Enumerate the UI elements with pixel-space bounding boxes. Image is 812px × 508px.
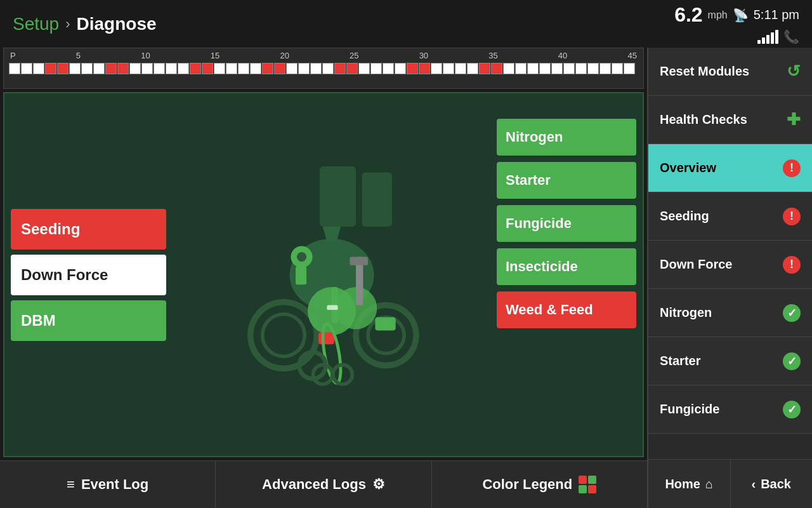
seed-cell [431, 63, 442, 74]
seed-cell [599, 63, 611, 74]
seed-cell [262, 63, 273, 74]
seed-cell [69, 63, 81, 74]
event-log-button[interactable]: ≡ Event Log [0, 461, 216, 508]
seed-cell [298, 63, 310, 74]
seed-cell [383, 63, 394, 74]
reset-icon: ↺ [787, 62, 801, 81]
gps-icon: 📡 [733, 8, 749, 23]
signal-row: 📞 [757, 29, 799, 44]
insecticide-label[interactable]: Insecticide [497, 248, 636, 285]
svg-rect-14 [375, 317, 395, 330]
sidebar-bottom: Home ⌂ ‹ Back [648, 459, 812, 508]
signal-bars [757, 30, 778, 44]
seed-cell [238, 63, 249, 74]
nitrogen-check-icon: ✓ [783, 304, 801, 322]
seed-cell [539, 63, 551, 74]
seed-cell [443, 63, 454, 74]
time-display: 5:11 pm [754, 8, 799, 22]
seed-cell [45, 63, 56, 74]
back-button[interactable]: ‹ Back [731, 460, 813, 508]
seed-cell [503, 63, 514, 74]
svg-rect-10 [350, 257, 368, 265]
home-button[interactable]: Home ⌂ [648, 460, 731, 508]
seed-row-cells [9, 63, 638, 74]
down-force-label[interactable]: Down Force [11, 255, 166, 295]
seed-cell [141, 63, 153, 74]
seed-cell [612, 63, 623, 74]
sidebar-item-nitrogen[interactable]: Nitrogen ✓ [648, 289, 812, 337]
seed-cell [575, 63, 587, 74]
seed-cell [178, 63, 189, 74]
sidebar-item-fungicide[interactable]: Fungicide ✓ [648, 385, 812, 434]
seed-cell [515, 63, 527, 74]
seed-cell [202, 63, 213, 74]
advanced-logs-button[interactable]: Advanced Logs ⚙ [216, 461, 431, 508]
speed-unit: mph [708, 10, 728, 21]
overview-warning-icon: ! [783, 159, 801, 177]
setup-link[interactable]: Setup [13, 14, 59, 34]
sidebar-item-down-force[interactable]: Down Force ! [648, 241, 812, 289]
seeding-label[interactable]: Seeding [11, 209, 166, 250]
svg-rect-13 [296, 266, 306, 284]
speed-time: 6.2 mph 📡 5:11 pm [674, 3, 799, 27]
seed-cell [624, 63, 635, 74]
weed-feed-label[interactable]: Weed & Feed [497, 291, 636, 328]
seed-cell [467, 63, 478, 74]
seed-cell [81, 63, 93, 74]
down-force-warning-icon: ! [783, 256, 801, 274]
svg-point-3 [250, 302, 317, 368]
seed-cell [322, 63, 334, 74]
seed-cell [563, 63, 575, 74]
seed-cell [129, 63, 141, 74]
seed-cell [491, 63, 502, 74]
seed-row-numbers: P 5 10 15 20 25 30 35 40 45 [9, 51, 638, 60]
fungicide-check-icon: ✓ [783, 401, 801, 418]
nitrogen-label[interactable]: Nitrogen [497, 119, 636, 156]
seed-cell [190, 63, 201, 74]
seed-cell [9, 63, 20, 74]
sidebar-item-overview[interactable]: Overview ! [648, 144, 812, 192]
seed-cell [419, 63, 430, 74]
left-labels: Seeding Down Force DBM [4, 93, 173, 456]
seed-cell [33, 63, 44, 74]
seed-cell [286, 63, 298, 74]
seed-cell [455, 63, 466, 74]
health-checks-icon: ✚ [787, 110, 801, 130]
seed-cell [117, 63, 129, 74]
sidebar-item-starter[interactable]: Starter ✓ [648, 337, 812, 385]
seeding-warning-icon: ! [783, 208, 801, 225]
seed-cell [21, 63, 32, 74]
seed-cell [334, 63, 346, 74]
seed-cell [370, 63, 382, 74]
right-labels: Nitrogen Starter Fungicide Insecticide W… [490, 93, 643, 456]
svg-point-4 [262, 314, 304, 356]
bottom-bar: ≡ Event Log Advanced Logs ⚙ Color Legend [0, 460, 647, 508]
seed-cell [250, 63, 261, 74]
event-log-icon: ≡ [67, 476, 75, 493]
seed-row-indicator: P 5 10 15 20 25 30 35 40 45 [3, 48, 644, 89]
top-bar: Setup › Diagnose 6.2 mph 📡 5:11 pm 📞 [0, 0, 812, 48]
home-icon: ⌂ [705, 477, 713, 491]
reset-modules-button[interactable]: Reset Modules ↺ [648, 48, 812, 96]
seed-cell [551, 63, 563, 74]
sidebar-item-seeding[interactable]: Seeding ! [648, 192, 812, 241]
color-legend-button[interactable]: Color Legend [432, 461, 647, 508]
fungicide-label[interactable]: Fungicide [497, 205, 636, 242]
breadcrumb: Setup › Diagnose [13, 14, 157, 34]
page-title: Diagnose [77, 14, 157, 34]
seed-cell [105, 63, 117, 74]
svg-point-12 [296, 251, 306, 261]
dbm-label[interactable]: DBM [11, 300, 166, 341]
breadcrumb-chevron: › [65, 16, 70, 32]
seed-cell [274, 63, 285, 74]
starter-label[interactable]: Starter [497, 162, 636, 199]
svg-rect-1 [362, 172, 392, 227]
phone-icon: 📞 [783, 29, 799, 44]
speed-value: 6.2 [674, 3, 702, 27]
seed-cell [166, 63, 177, 74]
status-area: 6.2 mph 📡 5:11 pm 📞 [674, 3, 799, 44]
seed-cell [214, 63, 225, 74]
starter-check-icon: ✓ [783, 352, 801, 370]
seed-cell [358, 63, 370, 74]
health-checks-button[interactable]: Health Checks ✚ [648, 96, 812, 144]
